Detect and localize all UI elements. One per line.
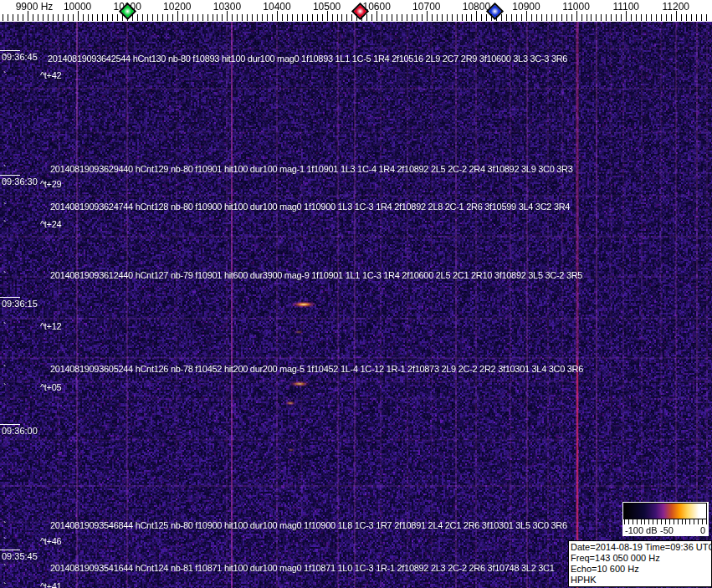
- left-tick-mark: `: [3, 202, 7, 212]
- freq-tick-label: 10200: [163, 1, 191, 13]
- freq-tick-label: 10400: [263, 1, 290, 13]
- info-echo-frequency: Echo=10 600 Hz: [571, 564, 711, 575]
- detection-text: 20140819093546844 hCnt125 nb-80 f10900 h…: [50, 520, 567, 530]
- detection-text: 20140819093605244 hCnt126 nb-78 f10452 h…: [50, 364, 583, 374]
- time-offset-marker: ^t+12: [40, 321, 61, 331]
- freq-tick-label: 11100: [612, 1, 639, 13]
- time-offset-marker: ^t+05: [40, 382, 61, 392]
- time-label: 09:35:45: [2, 551, 38, 561]
- time-tick-line: [0, 50, 20, 51]
- time-label: 09:36:30: [2, 176, 38, 187]
- freq-tick-label: 11200: [663, 1, 689, 13]
- time-offset-marker: ^t+41: [40, 581, 61, 588]
- info-station-id: HPHK: [571, 575, 711, 585]
- info-box: Date=2014-08-19 Time=09:36 UTC Freq=143 …: [568, 540, 712, 587]
- time-offset-marker: ^t+46: [40, 536, 61, 546]
- detection-text: 20140819093612440 hCnt127 nb-79 f10901 h…: [50, 270, 582, 280]
- freq-tick-label: 10000: [64, 1, 91, 13]
- left-tick-mark: `: [3, 54, 7, 64]
- spectrogram-window: 9900 Hz100001010010200103001040010500106…: [0, 0, 712, 588]
- freq-tick-label: 10300: [213, 1, 241, 13]
- time-tick-line: [0, 424, 20, 425]
- time-tick-line: [0, 297, 20, 298]
- time-offset-marker: ^t+29: [40, 179, 61, 189]
- left-tick-mark: `: [3, 536, 7, 546]
- db-scale-max-label: 0: [700, 525, 705, 535]
- spectrogram-canvas[interactable]: [0, 0, 712, 588]
- detection-text: 20140819093624744 hCnt128 nb-80 f10900 h…: [50, 202, 570, 212]
- info-date-time: Date=2014-08-19 Time=09:36 UTC: [571, 542, 711, 553]
- info-frequency: Freq=143 050 000 Hz: [571, 553, 711, 564]
- left-tick-mark: `: [3, 581, 7, 588]
- left-tick-mark: `: [3, 563, 7, 573]
- time-offset-marker: ^t+42: [40, 70, 61, 80]
- time-tick-line: [0, 175, 20, 176]
- detection-text: 20140819093541644 hCnt124 nb-81 f10871 h…: [50, 563, 555, 573]
- left-tick-mark: `: [3, 219, 7, 229]
- left-tick-mark: `: [3, 382, 7, 392]
- time-offset-marker: ^t+24: [40, 219, 61, 229]
- left-tick-mark: `: [3, 270, 7, 280]
- left-tick-mark: `: [3, 164, 7, 174]
- left-tick-mark: `: [3, 520, 7, 530]
- time-tick-line: [0, 550, 20, 550]
- freq-tick-label: 10900: [512, 1, 540, 13]
- left-tick-mark: `: [3, 321, 7, 331]
- freq-tick-label: 9900 Hz: [16, 1, 54, 13]
- time-label: 09:36:15: [2, 299, 38, 309]
- freq-tick-label: 10700: [412, 1, 440, 13]
- freq-tick-label: 11000: [562, 1, 589, 13]
- left-tick-mark: `: [3, 179, 7, 189]
- left-tick-mark: `: [3, 70, 7, 80]
- db-scale-min-label: -100 dB: [625, 525, 658, 535]
- time-label: 09:36:45: [2, 52, 38, 62]
- freq-tick-label: 10500: [313, 1, 341, 13]
- detection-text: 20140819093642544 hCnt130 nb-80 f10893 h…: [48, 54, 567, 64]
- left-tick-mark: `: [3, 364, 7, 374]
- time-label: 09:36:00: [2, 426, 38, 436]
- detection-text: 20140819093629440 hCnt129 nb-80 f10901 h…: [50, 164, 573, 174]
- db-scale-mid-label: -50: [660, 525, 674, 535]
